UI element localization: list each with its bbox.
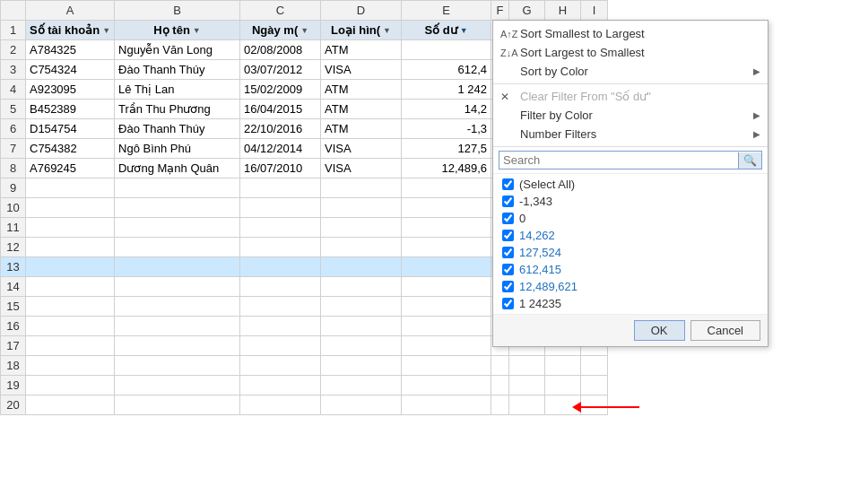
number-filters-item[interactable]: Number Filters ▶ [493,125,768,143]
list-item[interactable]: 0 [493,210,768,227]
sort-desc-item[interactable]: Z↓A Sort Largest to Smallest [493,43,768,62]
filter-arrow-b[interactable]: ▼ [193,26,201,35]
filter-header-a[interactable]: Số tài khoản ▼ [26,21,115,40]
sort-desc-icon: Z↓A [500,47,517,59]
col-header-h[interactable]: H [545,1,581,21]
chevron-right-icon-3: ▶ [753,129,760,139]
clear-filter-item[interactable]: ✕ Clear Filter From "Số dư" [493,87,768,106]
list-item[interactable]: -1,343 [493,193,768,210]
sort-asc-item[interactable]: A↑Z Sort Smallest to Largest [493,24,768,43]
filter-arrow-a[interactable]: ▼ [102,26,110,35]
chevron-right-icon-2: ▶ [753,110,760,120]
checkbox-item-input[interactable] [502,213,514,224]
checkbox-item-input[interactable] [502,298,514,309]
col-header-a[interactable]: A [26,1,115,21]
filter-header-d[interactable]: Loại hìn( ▼ [321,21,402,40]
menu-divider-2 [493,146,768,147]
chevron-right-icon: ▶ [753,66,760,76]
row-num-1: 1 [1,21,26,40]
search-box-container: 🔍 [499,151,762,169]
col-header-c[interactable]: C [240,1,321,21]
table-row: 20 [1,395,608,415]
col-header-d[interactable]: D [321,1,402,21]
filter-btn-d[interactable]: Loại hìn( ▼ [325,23,397,37]
checkbox-item-input[interactable] [502,264,514,275]
filter-btn-c[interactable]: Ngày m( ▼ [244,23,317,37]
checkbox-item-input[interactable] [502,281,514,292]
filter-header-b[interactable]: Họ tên ▼ [115,21,240,40]
table-row: 19 [1,376,608,395]
col-header-g[interactable]: G [509,1,545,21]
checkbox-item-input[interactable] [502,230,514,241]
col-header-e[interactable]: E [402,1,491,21]
filter-arrow-d[interactable]: ▼ [383,26,391,35]
list-item[interactable]: 14,262 [493,227,768,244]
checkbox-item-input[interactable] [502,247,514,258]
filter-btn-e[interactable]: Số dư ▼ [405,23,487,37]
filter-by-color-item[interactable]: Filter by Color ▶ [493,106,768,125]
filter-header-c[interactable]: Ngày m( ▼ [240,21,321,40]
col-header-i[interactable]: I [581,1,608,21]
filter-btn-a[interactable]: Số tài khoản ▼ [30,23,110,37]
search-icon[interactable]: 🔍 [738,152,761,169]
filter-arrow-c[interactable]: ▼ [300,26,308,35]
sort-asc-icon: A↑Z [500,28,517,40]
filter-arrow-e[interactable]: ▼ [460,26,468,35]
checkbox-item-input[interactable] [502,196,514,207]
sort-by-color-item[interactable]: Sort by Color ▶ [493,62,768,81]
search-input[interactable] [499,152,738,169]
ok-button[interactable]: OK [634,320,685,341]
filter-color-icon [500,109,517,122]
cancel-button[interactable]: Cancel [690,320,760,341]
checkbox-select-all[interactable]: (Select All) [493,176,768,193]
spreadsheet-container: A B C D E F G H I 1 Số tài khoản ▼ [0,0,851,504]
filter-header-e[interactable]: Số dư ▼ [402,21,491,40]
col-header-b[interactable]: B [115,1,240,21]
list-item[interactable]: 127,524 [493,244,768,261]
filter-dropdown-panel: A↑Z Sort Smallest to Largest Z↓A Sort La… [492,20,769,347]
table-row: 18 [1,356,608,376]
list-item-highlighted[interactable]: 1 24235 [493,295,768,312]
corner-cell [1,1,26,21]
checkbox-select-all-input[interactable] [502,178,514,190]
clear-filter-icon: ✕ [500,91,517,103]
sort-color-icon [500,65,517,78]
list-item[interactable]: 612,415 [493,261,768,278]
filter-btn-b[interactable]: Họ tên ▼ [118,23,236,37]
dialog-buttons: OK Cancel [493,314,768,346]
menu-divider-1 [493,83,768,84]
list-item[interactable]: 12,489,621 [493,278,768,295]
number-filters-icon [500,128,517,141]
col-header-f[interactable]: F [491,1,509,21]
checkbox-list: (Select All) -1,343 0 14,262 127,524 612… [493,173,768,314]
